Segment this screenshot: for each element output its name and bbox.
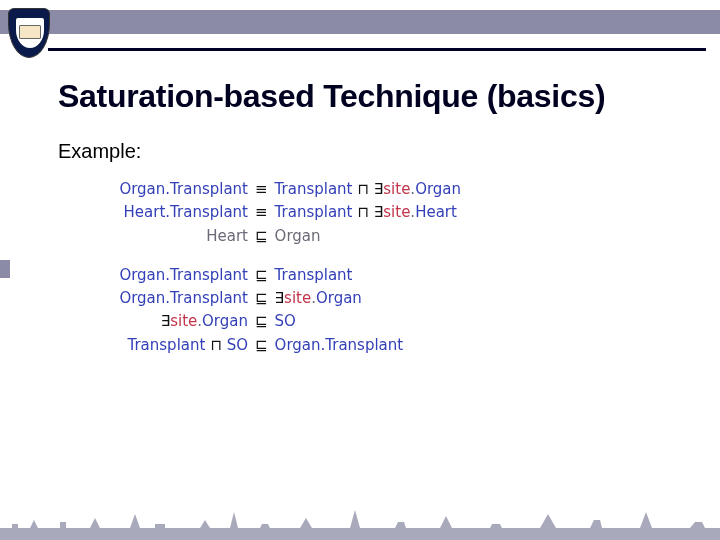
concept: Organ: [415, 178, 461, 201]
concept: Organ.Transplant: [119, 287, 248, 310]
concept: Organ: [275, 225, 321, 248]
equiv-symbol: ≡: [248, 201, 275, 224]
exists-symbol: ∃: [374, 178, 383, 201]
side-marker: [0, 260, 10, 278]
concept: Heart.Transplant: [124, 201, 248, 224]
axiom-row: Transplant ⊓ SO ⊑ Organ.Transplant: [58, 334, 662, 357]
concept: Organ: [316, 287, 362, 310]
page-title: Saturation-based Technique (basics): [58, 78, 605, 115]
role: site: [383, 178, 410, 201]
concept: Transplant: [275, 201, 353, 224]
axiom-gap: [58, 248, 662, 264]
sqcap-symbol: ⊓: [210, 334, 222, 357]
concept: SO: [227, 334, 248, 357]
axiom-row: ∃ site . Organ ⊑ SO: [58, 310, 662, 333]
header-rule: [48, 48, 706, 51]
sqcap-symbol: ⊓: [357, 201, 369, 224]
subsume-symbol: ⊑: [248, 334, 275, 357]
subsume-symbol: ⊑: [248, 310, 275, 333]
concept: Heart: [206, 225, 248, 248]
university-crest: [8, 8, 50, 58]
role: site: [383, 201, 410, 224]
header-bar: [0, 10, 720, 34]
concept: Transplant: [275, 178, 353, 201]
concept: Transplant: [127, 334, 205, 357]
concept: Transplant: [275, 264, 353, 287]
role: site: [284, 287, 311, 310]
exists-symbol: ∃: [161, 310, 170, 333]
axiom-list: Organ.Transplant ≡ Transplant ⊓ ∃ site .…: [58, 178, 662, 357]
axiom-row: Organ.Transplant ⊑ Transplant: [58, 264, 662, 287]
subsume-symbol: ⊑: [248, 264, 275, 287]
axiom-row: Heart.Transplant ≡ Transplant ⊓ ∃ site .…: [58, 201, 662, 224]
concept: Heart: [415, 201, 457, 224]
subsume-symbol: ⊑: [248, 225, 275, 248]
equiv-symbol: ≡: [248, 178, 275, 201]
exists-symbol: ∃: [275, 287, 284, 310]
exists-symbol: ∃: [374, 201, 383, 224]
skyline-decoration: [0, 500, 720, 540]
role: site: [170, 310, 197, 333]
sqcap-symbol: ⊓: [357, 178, 369, 201]
axiom-row: Organ.Transplant ≡ Transplant ⊓ ∃ site .…: [58, 178, 662, 201]
concept: Organ.Transplant: [275, 334, 404, 357]
example-label: Example:: [58, 140, 141, 163]
axiom-row: Heart ⊑ Organ: [58, 225, 662, 248]
concept: Organ.Transplant: [119, 264, 248, 287]
concept: Organ: [202, 310, 248, 333]
axiom-row: Organ.Transplant ⊑ ∃ site . Organ: [58, 287, 662, 310]
concept: Organ.Transplant: [119, 178, 248, 201]
subsume-symbol: ⊑: [248, 287, 275, 310]
concept: SO: [275, 310, 296, 333]
